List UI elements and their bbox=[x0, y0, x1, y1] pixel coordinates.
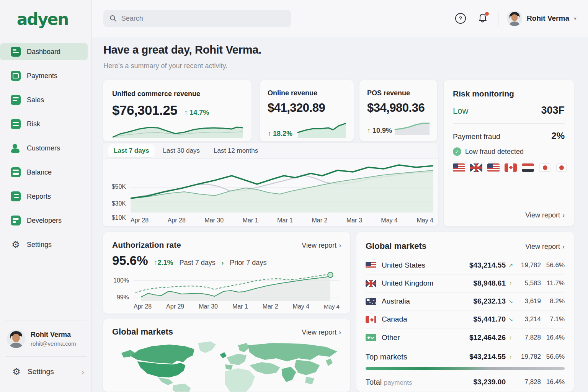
view-report-link[interactable]: View report› bbox=[525, 211, 565, 219]
trend-up-icon: ↑ bbox=[506, 280, 516, 286]
authorization-line-chart bbox=[134, 270, 340, 301]
trend-up-icon: ↑ bbox=[506, 354, 516, 360]
fraud-status: ✓ Low fraud detected bbox=[453, 147, 565, 156]
us-flag-icon bbox=[366, 262, 376, 269]
developers-icon bbox=[11, 216, 21, 225]
notifications-button[interactable] bbox=[476, 11, 490, 25]
fraud-label: Payment fraud bbox=[453, 132, 500, 141]
profile-email: rohit@verma.com bbox=[31, 340, 76, 347]
up-arrow-icon: ↑ bbox=[268, 130, 271, 137]
table-row[interactable]: United States $43,214.55 ↗ 19,782 56.6% bbox=[366, 256, 565, 274]
sidebar-settings-link[interactable]: ⚙ Settings › bbox=[0, 357, 92, 377]
kpi-card-pos-revenue: POS revenue $34,980.36 ↑ 10.9% bbox=[359, 80, 438, 142]
authorization-chart: 100% 99% Apr 28Apr 29Mar 30Mar 1Mar 2May… bbox=[112, 270, 341, 310]
global-markets-table-card: Global markets View report› United State… bbox=[356, 232, 574, 392]
period-current-label: Past 7 days bbox=[180, 259, 216, 267]
divider bbox=[498, 11, 498, 26]
world-map bbox=[112, 340, 341, 392]
y-axis-label: $50K bbox=[108, 183, 126, 190]
page-subtitle: Here's a summary of your recent activity… bbox=[103, 62, 227, 70]
trend-up-icon: ↑ bbox=[506, 335, 516, 341]
balance-icon bbox=[11, 167, 21, 177]
sidebar-item-sales[interactable]: Sales bbox=[0, 91, 89, 108]
chevron-right-icon: › bbox=[82, 368, 84, 376]
kpi-card-unified-commerce: Unified commerce revenue $76,301.25 ↑ 14… bbox=[103, 80, 252, 142]
trend-down-icon: ↘ bbox=[506, 316, 516, 322]
user-menu[interactable]: Rohit Verma ▾ bbox=[507, 11, 577, 26]
us-flag-icon bbox=[453, 163, 465, 172]
risk-flags-row bbox=[453, 163, 565, 172]
card-title: Authorization rate bbox=[112, 240, 181, 250]
card-title: Risk monitoring bbox=[453, 89, 565, 98]
sidebar-item-customers[interactable]: Customers bbox=[0, 140, 89, 157]
profile-card[interactable]: Rohit Verma rohit@verma.com bbox=[0, 320, 92, 356]
view-report-link[interactable]: View report› bbox=[302, 242, 341, 250]
sidebar-item-label: Balance bbox=[27, 168, 52, 176]
search-icon bbox=[109, 15, 117, 22]
chevron-right-icon: › bbox=[562, 243, 565, 250]
sidebar-item-developers[interactable]: Developers bbox=[0, 212, 89, 229]
kpi-title: POS revenue bbox=[367, 89, 430, 97]
period-prior-label: Prior 7 days bbox=[230, 259, 266, 267]
dashboard-icon bbox=[11, 47, 21, 57]
kpi-value: $34,980.36 bbox=[367, 101, 430, 115]
table-row[interactable]: Australia $6,232.13 ↘ 3,619 8.2% bbox=[366, 292, 565, 310]
kpi-title: Unified commerce revenue bbox=[112, 90, 242, 98]
sidebar-item-settings[interactable]: ⚙ Settings bbox=[0, 236, 89, 253]
total-payments-row: Total payments $3,239.00 7,828 16.4% bbox=[366, 374, 565, 390]
tab-last-7-days[interactable]: Last 7 days bbox=[108, 144, 155, 157]
topbar: ? Rohit Verma ▾ bbox=[92, 0, 588, 37]
y-axis-label: $10K bbox=[108, 214, 126, 221]
australia-flag-icon bbox=[366, 298, 376, 305]
sidebar-item-reports[interactable]: Reports bbox=[0, 188, 89, 205]
avatar bbox=[507, 11, 522, 26]
sidebar-item-label: Settings bbox=[27, 241, 52, 249]
adyen-dashboard: adyen Dashboard Payments Sales Risk Cust… bbox=[0, 0, 588, 392]
markets-progress-bar bbox=[366, 367, 565, 370]
x-axis-labels: Apr 28Apr 29Mar 30Mar 1Mar 2May 4May 4 bbox=[134, 303, 340, 310]
user-name: Rohit Verma bbox=[527, 14, 569, 23]
chevron-right-icon: › bbox=[222, 259, 224, 267]
card-title: Global markets bbox=[112, 327, 173, 337]
sidebar-nav: Dashboard Payments Sales Risk Customers … bbox=[0, 43, 91, 256]
help-button[interactable]: ? bbox=[454, 11, 467, 25]
authorization-rate-card: Authorization rate View report› 95.6% ↑2… bbox=[103, 232, 351, 314]
other-markets-icon bbox=[366, 334, 376, 341]
tab-last-30-days[interactable]: Last 30 days bbox=[158, 144, 205, 157]
view-report-link[interactable]: View report› bbox=[302, 328, 341, 336]
gear-icon: ⚙ bbox=[11, 240, 21, 250]
customers-icon bbox=[11, 143, 21, 153]
adyen-logo: adyen bbox=[0, 0, 91, 29]
authorization-value: 95.6% bbox=[112, 253, 148, 268]
kpi-value: $76,301.25 bbox=[112, 103, 177, 118]
kpi-card-online-revenue: Online revenue $41,320.89 ↑ 18.2% bbox=[260, 80, 354, 142]
divider bbox=[453, 123, 565, 124]
up-arrow-icon: ↑ bbox=[184, 109, 188, 116]
y-axis-label: 100% bbox=[112, 277, 129, 284]
table-row[interactable]: Other $12,464.26 ↑ 7,828 16.4% bbox=[366, 328, 565, 346]
table-row[interactable]: United Kingdom $8,948.61 ↑ 5,583 11.7% bbox=[366, 274, 565, 292]
x-axis-labels: Apr 28Apr 28Mar 30Mar 1Mar 1Mar 2Mar 3Ma… bbox=[131, 217, 433, 224]
sidebar-item-balance[interactable]: Balance bbox=[0, 164, 89, 181]
chevron-right-icon: › bbox=[339, 328, 341, 336]
kpi-value: $41,320.89 bbox=[268, 101, 346, 115]
payments-icon bbox=[11, 71, 21, 81]
search-input[interactable] bbox=[121, 15, 285, 23]
gear-icon: ⚙ bbox=[11, 367, 21, 377]
sidebar-item-label: Sales bbox=[27, 96, 44, 104]
chevron-right-icon: › bbox=[339, 242, 341, 249]
sidebar-item-risk[interactable]: Risk bbox=[0, 116, 89, 132]
revenue-chart-panel: Last 7 days Last 30 days Last 12 months … bbox=[103, 142, 438, 227]
view-report-link[interactable]: View report› bbox=[525, 243, 565, 251]
egypt-flag-icon bbox=[522, 163, 534, 172]
risk-icon bbox=[11, 119, 21, 129]
topbar-actions: ? Rohit Verma ▾ bbox=[454, 11, 588, 26]
kpi-title: Online revenue bbox=[268, 89, 346, 97]
markets-table: United States $43,214.55 ↗ 19,782 56.6% … bbox=[366, 256, 565, 346]
tab-last-12-months[interactable]: Last 12 months bbox=[208, 144, 263, 157]
sidebar-item-payments[interactable]: Payments bbox=[0, 67, 89, 84]
sidebar-item-dashboard[interactable]: Dashboard bbox=[0, 43, 88, 60]
table-row[interactable]: Canada $5,441.70 ↘ 3,214 7.1% bbox=[366, 310, 565, 328]
search-bar[interactable] bbox=[103, 10, 291, 27]
canada-flag-icon bbox=[505, 163, 517, 172]
